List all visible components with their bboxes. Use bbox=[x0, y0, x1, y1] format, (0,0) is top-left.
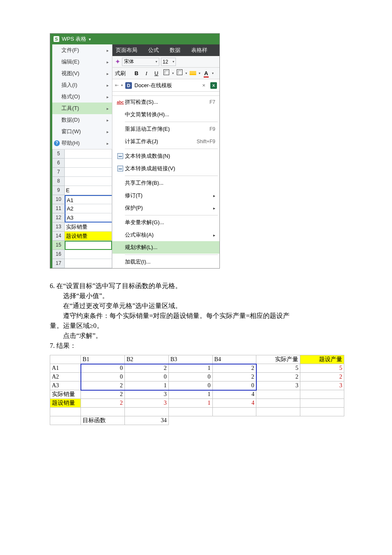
back-icon[interactable]: ⇤ bbox=[115, 83, 119, 88]
file-menu-item[interactable]: 视图(V)▸ bbox=[52, 68, 112, 79]
submenu-item[interactable]: 加载宏(I)... bbox=[112, 256, 219, 268]
submenu-label: 加载宏(I)... bbox=[125, 258, 215, 266]
table-cell: 0 bbox=[81, 373, 125, 381]
submenu-item[interactable]: abc拼写检查(S)...F7 bbox=[112, 96, 219, 108]
font-select[interactable]: 宋体 ▾ bbox=[122, 58, 159, 66]
tab-tablestyle[interactable]: 表格样 bbox=[190, 46, 209, 54]
sheet-cell[interactable] bbox=[65, 177, 112, 186]
table-cell: 1 bbox=[168, 399, 212, 408]
chevron-down-icon[interactable]: ▾ bbox=[212, 71, 214, 75]
chevron-down-icon[interactable]: ▾ bbox=[185, 71, 187, 75]
sheet-cell[interactable]: A3 bbox=[65, 213, 112, 222]
submenu-item[interactable]: 计算工作表(J)Shift+F9 bbox=[112, 135, 219, 148]
border-button[interactable] bbox=[162, 69, 170, 78]
submenu-item[interactable]: 保护(P)▸ bbox=[112, 202, 219, 214]
row-header[interactable]: 6 bbox=[52, 159, 65, 168]
tab-formula[interactable]: 公式 bbox=[146, 46, 161, 54]
excel-icon[interactable]: X bbox=[210, 82, 217, 89]
border2-button[interactable] bbox=[175, 69, 184, 78]
table-cell: 0 bbox=[81, 364, 125, 373]
file-menu-item[interactable]: 插入(I)▸ bbox=[52, 79, 112, 91]
docer-row: ⇤ ▾ D Docer-在线模板 × X bbox=[112, 79, 219, 92]
docer-label[interactable]: Docer-在线模板 bbox=[134, 82, 172, 89]
submenu-item[interactable]: 文本转换成数值(N) bbox=[112, 150, 219, 162]
table-cell bbox=[256, 390, 300, 399]
font-size-select[interactable]: 12 ▾ bbox=[161, 58, 176, 66]
row-header[interactable]: 9 bbox=[52, 186, 65, 195]
column-header bbox=[50, 355, 81, 364]
table-cell bbox=[81, 408, 125, 416]
table-cell bbox=[212, 416, 256, 425]
font-color-button[interactable]: A bbox=[202, 69, 210, 78]
submenu-item[interactable]: 共享工作簿(B)... bbox=[112, 177, 219, 189]
file-menu-item[interactable]: ?帮助(H)▸ bbox=[52, 137, 112, 149]
wps-logo-icon: S bbox=[54, 36, 59, 42]
title-dropdown-icon[interactable]: ▾ bbox=[89, 37, 91, 42]
sheet-cell[interactable] bbox=[65, 159, 112, 168]
table-cell: 2 bbox=[81, 399, 125, 408]
sheet-row: 12A3 bbox=[52, 213, 112, 222]
chevron-down-icon[interactable]: ▾ bbox=[173, 60, 174, 64]
chevron-right-icon: ▸ bbox=[107, 106, 109, 111]
close-icon[interactable]: × bbox=[202, 82, 205, 88]
row-header[interactable]: 11 bbox=[52, 204, 65, 213]
font-size: 12 bbox=[163, 59, 168, 65]
file-menu-item[interactable]: 文件(F)▸ bbox=[52, 44, 112, 56]
title-bar[interactable]: S WPS 表格 ▾ bbox=[50, 34, 219, 44]
brush-label[interactable]: 式刷 bbox=[115, 70, 126, 77]
formula-bar[interactable] bbox=[112, 92, 219, 96]
submenu-item[interactable]: 中文简繁转换(H)... bbox=[112, 108, 219, 121]
tab-data[interactable]: 数据 bbox=[168, 46, 182, 54]
table-cell: 2 bbox=[81, 390, 125, 399]
sheet-cell[interactable]: 题设销量 bbox=[65, 232, 112, 241]
chevron-down-icon[interactable]: ▾ bbox=[156, 60, 157, 64]
file-menu-item[interactable]: 编辑(E)▸ bbox=[52, 56, 112, 68]
ribbon-tabs[interactable]: 页面布局 公式 数据 表格样 bbox=[112, 44, 219, 56]
menu-label: 插入(I) bbox=[61, 81, 77, 89]
file-menu-item[interactable]: 格式(O)▸ bbox=[52, 91, 112, 103]
sheet-cell[interactable] bbox=[65, 149, 112, 159]
sheet-cell[interactable] bbox=[65, 241, 112, 250]
sheet-cell[interactable]: 实际销量 bbox=[65, 222, 112, 232]
row-header[interactable]: 7 bbox=[52, 168, 65, 177]
fill-color-button[interactable] bbox=[189, 69, 197, 78]
submenu-label: 修订(T) bbox=[125, 192, 213, 199]
bold-button[interactable]: B bbox=[132, 69, 141, 78]
sheet-cell[interactable]: E bbox=[65, 186, 112, 195]
submenu-item[interactable]: 公式审核(A)▸ bbox=[112, 229, 219, 241]
underline-button[interactable]: U bbox=[152, 69, 161, 78]
submenu-item[interactable]: 修订(T)▸ bbox=[112, 189, 219, 202]
row-header[interactable]: 15 bbox=[52, 241, 65, 250]
file-menu-item[interactable]: 窗口(W)▸ bbox=[52, 126, 112, 137]
row-header[interactable]: 16 bbox=[52, 250, 65, 259]
row-header[interactable]: 8 bbox=[52, 177, 65, 186]
submenu-item[interactable]: 规划求解(L)... bbox=[112, 241, 219, 254]
sheet-cell[interactable] bbox=[65, 259, 112, 268]
row-header[interactable]: 13 bbox=[52, 222, 65, 232]
submenu-item[interactable]: 重算活动工作簿(E)F9 bbox=[112, 123, 219, 135]
row-header[interactable]: 14 bbox=[52, 232, 65, 241]
row-header[interactable]: 12 bbox=[52, 213, 65, 222]
chevron-down-icon[interactable]: ▾ bbox=[199, 71, 200, 75]
sheet-row: 13实际销量 bbox=[52, 222, 112, 232]
sheet-row: 14题设销量 bbox=[52, 232, 112, 241]
chevron-down-icon[interactable]: ▾ bbox=[121, 83, 123, 87]
chevron-right-icon: ▸ bbox=[107, 141, 109, 146]
sheet-cell[interactable] bbox=[65, 168, 112, 177]
file-menu-item[interactable]: 工具(T)▸ bbox=[52, 103, 112, 114]
submenu-item[interactable]: 单变量求解(G)... bbox=[112, 216, 219, 229]
file-menu-item[interactable]: 数据(D)▸ bbox=[52, 114, 112, 126]
row-header[interactable]: 10 bbox=[52, 195, 65, 204]
chevron-down-icon[interactable]: ▾ bbox=[172, 71, 174, 75]
menu-label: 文件(F) bbox=[61, 46, 79, 54]
row-header[interactable]: 5 bbox=[52, 149, 65, 159]
sheet-cell[interactable]: A2 bbox=[65, 204, 112, 213]
submenu-item[interactable]: 文本转换成超链接(V) bbox=[112, 162, 219, 175]
sheet-row: 10A1 bbox=[52, 195, 112, 204]
sheet-cell[interactable] bbox=[65, 250, 112, 259]
sheet-cell[interactable]: A1 bbox=[65, 195, 112, 204]
format-painter-icon[interactable]: ✦ bbox=[115, 58, 120, 66]
tab-pagelayout[interactable]: 页面布局 bbox=[114, 46, 139, 54]
row-header[interactable]: 17 bbox=[52, 259, 65, 268]
italic-button[interactable]: I bbox=[142, 69, 151, 78]
